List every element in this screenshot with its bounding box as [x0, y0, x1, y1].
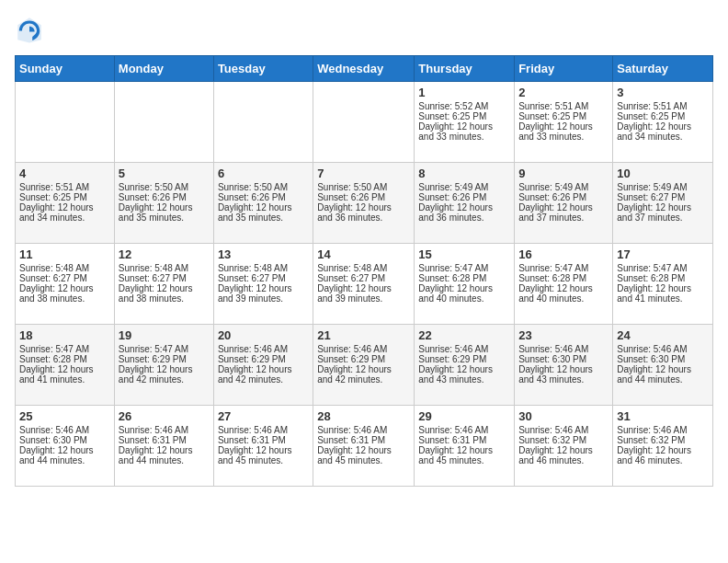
calendar-cell: 29Sunrise: 5:46 AMSunset: 6:31 PMDayligh…: [415, 406, 515, 487]
day-number: 25: [19, 409, 110, 423]
day-info: Sunrise: 5:50 AM: [317, 182, 410, 192]
day-number: 12: [119, 247, 210, 261]
day-info: Sunrise: 5:51 AM: [617, 101, 709, 111]
day-number: 8: [418, 167, 510, 180]
day-info: and 41 minutes.: [617, 293, 709, 304]
day-info: Daylight: 12 hours: [218, 202, 309, 213]
day-number: 27: [218, 409, 309, 423]
day-info: Sunrise: 5:48 AM: [218, 263, 309, 273]
day-number: 29: [418, 409, 510, 423]
day-number: 17: [617, 247, 709, 261]
day-info: and 40 minutes.: [518, 293, 609, 304]
day-number: 2: [518, 86, 609, 99]
day-info: Sunset: 6:26 PM: [218, 192, 309, 202]
day-info: Daylight: 12 hours: [518, 202, 609, 213]
day-info: Daylight: 12 hours: [218, 364, 309, 374]
day-info: Sunrise: 5:48 AM: [317, 263, 410, 273]
day-info: Daylight: 12 hours: [317, 283, 410, 293]
weekday-header: Monday: [114, 56, 213, 82]
day-info: Daylight: 12 hours: [418, 445, 510, 455]
day-info: Sunrise: 5:50 AM: [119, 182, 210, 192]
day-info: Sunset: 6:32 PM: [518, 435, 609, 445]
day-info: Sunrise: 5:47 AM: [617, 263, 709, 273]
day-number: 30: [518, 409, 609, 423]
day-number: 31: [617, 409, 709, 423]
day-info: Sunset: 6:29 PM: [418, 354, 510, 364]
day-number: 10: [617, 167, 709, 180]
weekday-header: Saturday: [613, 56, 713, 82]
day-number: 7: [317, 167, 410, 180]
day-info: Daylight: 12 hours: [617, 364, 709, 374]
day-info: and 33 minutes.: [518, 132, 609, 142]
calendar-cell: 4Sunrise: 5:51 AMSunset: 6:25 PMDaylight…: [16, 163, 115, 244]
day-info: and 44 minutes.: [19, 455, 110, 465]
calendar-cell: 9Sunrise: 5:49 AMSunset: 6:26 PMDaylight…: [515, 163, 613, 244]
calendar-cell: 20Sunrise: 5:46 AMSunset: 6:29 PMDayligh…: [213, 325, 313, 406]
day-info: Sunset: 6:25 PM: [518, 111, 609, 121]
day-info: Sunset: 6:28 PM: [518, 273, 609, 283]
weekday-header: Sunday: [16, 56, 115, 82]
day-info: Sunrise: 5:48 AM: [119, 263, 210, 273]
day-info: and 35 minutes.: [119, 213, 210, 223]
day-info: Sunrise: 5:46 AM: [518, 425, 609, 435]
day-info: Sunset: 6:26 PM: [119, 192, 210, 202]
day-info: Sunset: 6:30 PM: [617, 354, 709, 364]
day-info: Daylight: 12 hours: [418, 283, 510, 293]
calendar-week-row: 18Sunrise: 5:47 AMSunset: 6:28 PMDayligh…: [16, 325, 713, 406]
calendar-cell: 15Sunrise: 5:47 AMSunset: 6:28 PMDayligh…: [415, 244, 515, 325]
calendar-cell: 27Sunrise: 5:46 AMSunset: 6:31 PMDayligh…: [213, 406, 313, 487]
weekday-header: Friday: [515, 56, 613, 82]
day-info: Sunrise: 5:46 AM: [317, 425, 410, 435]
day-number: 5: [119, 167, 210, 180]
day-number: 26: [119, 409, 210, 423]
day-info: and 39 minutes.: [218, 293, 309, 304]
day-number: 22: [418, 328, 510, 342]
calendar-cell: 28Sunrise: 5:46 AMSunset: 6:31 PMDayligh…: [313, 406, 415, 487]
day-info: Sunset: 6:27 PM: [317, 273, 410, 283]
calendar-cell: 30Sunrise: 5:46 AMSunset: 6:32 PMDayligh…: [515, 406, 613, 487]
calendar-cell: 24Sunrise: 5:46 AMSunset: 6:30 PMDayligh…: [613, 325, 713, 406]
day-number: 24: [617, 328, 709, 342]
weekday-header: Wednesday: [313, 56, 415, 82]
calendar-cell: 11Sunrise: 5:48 AMSunset: 6:27 PMDayligh…: [16, 244, 115, 325]
day-info: Daylight: 12 hours: [418, 202, 510, 213]
calendar-cell: 19Sunrise: 5:47 AMSunset: 6:29 PMDayligh…: [114, 325, 213, 406]
calendar-body: 1Sunrise: 5:52 AMSunset: 6:25 PMDaylight…: [16, 82, 713, 487]
calendar-cell: 13Sunrise: 5:48 AMSunset: 6:27 PMDayligh…: [213, 244, 313, 325]
day-info: Sunset: 6:32 PM: [617, 435, 709, 445]
day-info: Sunset: 6:31 PM: [218, 435, 309, 445]
day-info: and 34 minutes.: [617, 132, 709, 142]
weekday-header: Tuesday: [213, 56, 313, 82]
day-info: Sunrise: 5:46 AM: [617, 425, 709, 435]
day-info: Sunrise: 5:51 AM: [518, 101, 609, 111]
day-info: Daylight: 12 hours: [617, 445, 709, 455]
calendar-week-row: 11Sunrise: 5:48 AMSunset: 6:27 PMDayligh…: [16, 244, 713, 325]
day-info: and 45 minutes.: [418, 455, 510, 465]
day-info: and 45 minutes.: [317, 455, 410, 465]
calendar-cell: [313, 82, 415, 163]
day-info: and 36 minutes.: [317, 213, 410, 223]
day-info: Sunset: 6:30 PM: [518, 354, 609, 364]
calendar-week-row: 1Sunrise: 5:52 AMSunset: 6:25 PMDaylight…: [16, 82, 713, 163]
day-info: Sunset: 6:26 PM: [418, 192, 510, 202]
day-info: Sunrise: 5:46 AM: [119, 425, 210, 435]
calendar-cell: 26Sunrise: 5:46 AMSunset: 6:31 PMDayligh…: [114, 406, 213, 487]
day-number: 20: [218, 328, 309, 342]
calendar-cell: 17Sunrise: 5:47 AMSunset: 6:28 PMDayligh…: [613, 244, 713, 325]
day-info: Daylight: 12 hours: [518, 364, 609, 374]
day-info: Sunrise: 5:46 AM: [19, 425, 110, 435]
day-info: and 37 minutes.: [617, 213, 709, 223]
calendar-cell: 7Sunrise: 5:50 AMSunset: 6:26 PMDaylight…: [313, 163, 415, 244]
day-info: Sunset: 6:29 PM: [218, 354, 309, 364]
day-number: 6: [218, 167, 309, 180]
calendar-cell: 1Sunrise: 5:52 AMSunset: 6:25 PMDaylight…: [415, 82, 515, 163]
calendar-cell: 21Sunrise: 5:46 AMSunset: 6:29 PMDayligh…: [313, 325, 415, 406]
calendar-cell: [114, 82, 213, 163]
day-number: 1: [418, 86, 510, 99]
day-info: Sunset: 6:25 PM: [418, 111, 510, 121]
day-info: and 38 minutes.: [19, 293, 110, 304]
day-info: Sunset: 6:27 PM: [19, 273, 110, 283]
day-number: 18: [19, 328, 110, 342]
day-info: Daylight: 12 hours: [19, 283, 110, 293]
day-info: Daylight: 12 hours: [518, 121, 609, 132]
